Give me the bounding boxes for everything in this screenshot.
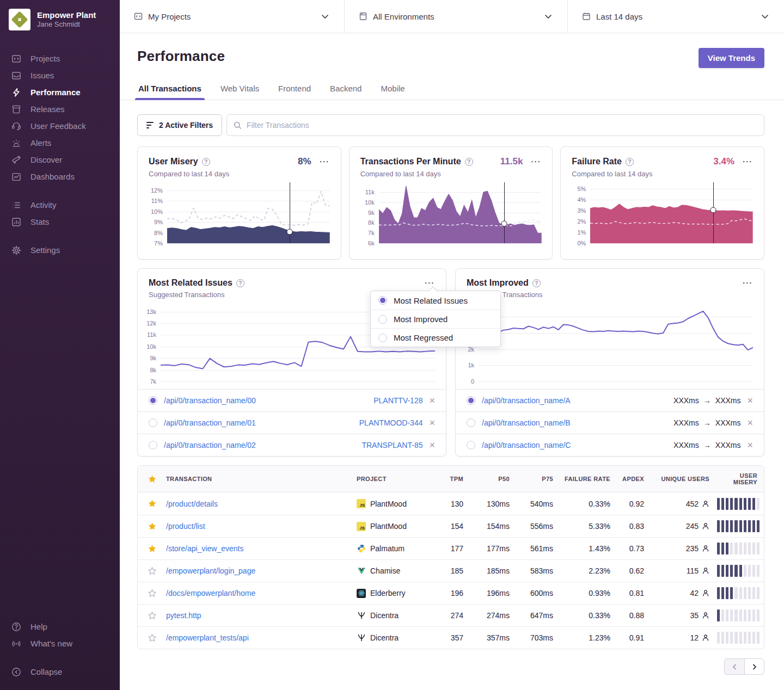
failure-rate-value: 5.33% [561, 522, 618, 531]
transaction-link[interactable]: /store/api_view_events [166, 544, 243, 553]
radio-unselected[interactable] [378, 334, 387, 342]
column-header-tpm[interactable]: TPM [436, 476, 471, 482]
star-filled-icon[interactable] [148, 499, 157, 508]
issue-link[interactable]: TRANSPLANT-85 [362, 441, 422, 449]
star-outline-icon[interactable] [148, 589, 157, 598]
radio-selected[interactable] [467, 396, 475, 405]
radio-selected[interactable] [149, 396, 157, 405]
transaction-link[interactable]: /api/0/transaction_name/02 [164, 441, 256, 449]
tpm-value: 154 [436, 522, 471, 531]
dismiss-icon[interactable]: × [747, 418, 753, 428]
column-header-project[interactable]: PROJECT [357, 476, 436, 482]
radio-unselected[interactable] [378, 315, 387, 324]
help-icon[interactable]: ? [236, 279, 244, 287]
sidebar-item-projects[interactable]: Projects [0, 50, 120, 67]
prev-page-button[interactable] [724, 658, 744, 675]
dismiss-icon[interactable]: × [429, 440, 435, 450]
column-header-failure-rate[interactable]: FAILURE RATE [561, 476, 618, 482]
issue-link[interactable]: PLANTMOOD-344 [359, 418, 423, 427]
transaction-link[interactable]: pytest.http [166, 611, 201, 620]
help-icon[interactable]: ? [465, 158, 473, 166]
apdex-value: 0.92 [618, 500, 652, 508]
releases-icon [11, 104, 22, 115]
tab-mobile[interactable]: Mobile [379, 81, 406, 100]
sidebar-item-issues[interactable]: Issues [0, 67, 120, 84]
hover-marker-dot [287, 229, 293, 235]
column-header-unique-users[interactable]: UNIQUE USERS [652, 476, 717, 482]
tab-frontend[interactable]: Frontend [277, 81, 312, 100]
menu-item-most-regressed[interactable]: Most Regressed [371, 328, 500, 347]
project-selector[interactable]: My Projects [120, 0, 344, 33]
failure-rate-value: 0.33% [561, 500, 618, 508]
view-trends-button[interactable]: View Trends [699, 48, 764, 68]
help-icon[interactable]: ? [532, 279, 541, 287]
org-switcher[interactable]: Empower Plant Jane Schmidt [0, 0, 120, 30]
sidebar-item-what-s-new[interactable]: What's new [0, 635, 120, 652]
sidebar-item-performance[interactable]: Performance [0, 84, 120, 101]
panel-menu-button[interactable]: ⋯ [742, 280, 753, 286]
transaction-link[interactable]: /product/list [166, 522, 205, 531]
radio-unselected[interactable] [149, 418, 157, 427]
dismiss-icon[interactable]: × [747, 440, 753, 450]
sidebar-item-collapse[interactable]: Collapse [0, 663, 120, 680]
transaction-link[interactable]: /empowerplant/login_page [166, 566, 255, 575]
search-input[interactable] [247, 121, 757, 130]
tab-backend[interactable]: Backend [329, 81, 363, 100]
radio-unselected[interactable] [467, 441, 475, 449]
dismiss-icon[interactable]: × [429, 396, 435, 405]
active-filters-button[interactable]: 2 Active Filters [137, 114, 222, 136]
sidebar-item-releases[interactable]: Releases [0, 101, 120, 118]
help-icon[interactable]: ? [626, 158, 634, 166]
star-outline-icon[interactable] [148, 611, 157, 620]
star-outline-icon[interactable] [148, 566, 157, 576]
transaction-link[interactable]: /docs/empowerplant/home [166, 589, 255, 597]
activity-icon [11, 200, 22, 211]
transaction-link[interactable]: /empowerplant_tests/api [166, 633, 249, 642]
tab-web-vitals[interactable]: Web Vitals [219, 81, 260, 100]
radio-selected[interactable] [378, 296, 387, 305]
sidebar-item-settings[interactable]: Settings [0, 242, 120, 258]
column-header-apdex[interactable]: APDEX [618, 476, 652, 482]
daterange-selector[interactable]: Last 14 days [567, 0, 784, 33]
user-icon [702, 567, 709, 575]
panel-menu-button[interactable]: ⋯ [424, 280, 435, 286]
environment-selector[interactable]: All Environments [344, 0, 567, 33]
next-page-button[interactable] [744, 658, 764, 675]
sidebar-item-dashboards[interactable]: Dashboards [0, 168, 120, 185]
transaction-link[interactable]: /api/0/transaction_name/01 [164, 418, 256, 427]
transaction-link[interactable]: /product/details [166, 500, 218, 508]
radio-unselected[interactable] [467, 418, 475, 427]
sidebar-item-alerts[interactable]: Alerts [0, 134, 120, 151]
user-misery-bars [717, 498, 764, 510]
card-menu-button[interactable]: ⋯ [319, 159, 330, 164]
radio-unselected[interactable] [149, 441, 157, 449]
column-header-user-misery[interactable]: USER MISERY [717, 472, 764, 485]
column-header-p75[interactable]: P75 [517, 476, 561, 482]
menu-item-most-related-issues[interactable]: Most Related Issues [371, 291, 500, 310]
sidebar-item-stats[interactable]: Stats [0, 213, 120, 230]
column-header-p50[interactable]: P50 [471, 476, 517, 482]
card-menu-button[interactable]: ⋯ [742, 159, 753, 164]
sidebar-item-user-feedback[interactable]: User Feedback [0, 118, 120, 134]
tab-all-transactions[interactable]: All Transactions [137, 81, 203, 100]
issue-link[interactable]: PLANTTV-128 [373, 396, 422, 405]
star-filled-icon[interactable] [148, 522, 157, 531]
transaction-link[interactable]: /api/0/transaction_name/B [482, 418, 571, 427]
card-menu-button[interactable]: ⋯ [530, 159, 541, 164]
sidebar-item-help[interactable]: Help [0, 618, 120, 635]
transaction-link[interactable]: /api/0/transaction_name/00 [164, 396, 256, 405]
sidebar-item-discover[interactable]: Discover [0, 151, 120, 168]
transaction-link[interactable]: /api/0/transaction_name/C [482, 441, 571, 449]
unique-users-cell: 12 [652, 633, 717, 642]
transaction-link[interactable]: /api/0/transaction_name/A [482, 396, 571, 405]
dismiss-icon[interactable]: × [429, 418, 435, 428]
help-icon[interactable]: ? [202, 158, 210, 166]
column-header-transaction[interactable]: TRANSACTION [166, 476, 357, 482]
stats-icon [11, 217, 22, 227]
sidebar-item-activity[interactable]: Activity [0, 196, 120, 213]
star-outline-icon[interactable] [148, 633, 157, 643]
star-filled-icon[interactable] [148, 544, 157, 553]
dismiss-icon[interactable]: × [747, 396, 753, 405]
stat-title: User Misery [149, 157, 198, 167]
menu-item-most-improved[interactable]: Most Improved [371, 310, 500, 328]
